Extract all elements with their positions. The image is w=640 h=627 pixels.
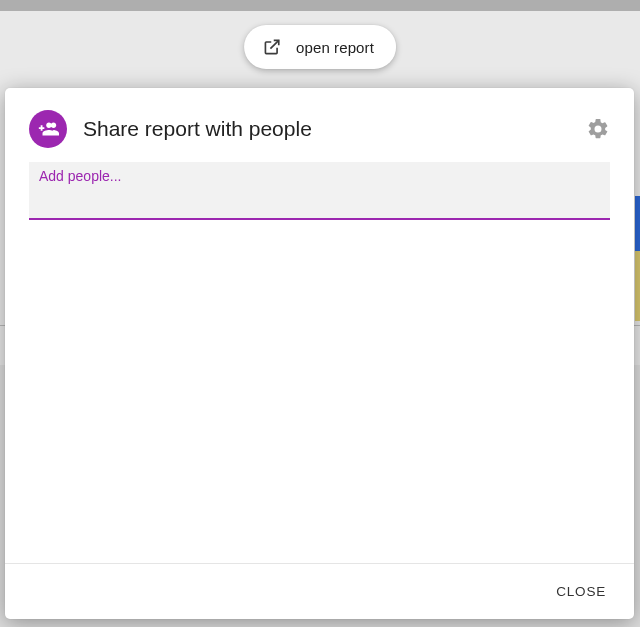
- dialog-header: Share report with people: [5, 88, 634, 162]
- close-button[interactable]: CLOSE: [552, 578, 610, 605]
- dialog-body: [5, 220, 634, 563]
- add-people-input[interactable]: [39, 186, 600, 218]
- group-add-icon: [29, 110, 67, 148]
- open-report-button[interactable]: open report: [244, 25, 396, 69]
- dialog-footer: CLOSE: [5, 563, 634, 619]
- backdrop-stripe: [635, 251, 640, 321]
- open-in-new-icon: [262, 37, 282, 57]
- dialog-title: Share report with people: [83, 117, 570, 141]
- add-people-label: Add people...: [39, 168, 600, 184]
- backdrop-stripe: [635, 196, 640, 251]
- open-report-label: open report: [296, 39, 374, 56]
- add-people-field[interactable]: Add people...: [29, 162, 610, 220]
- gear-icon: [586, 117, 610, 141]
- backdrop-stripe: [0, 0, 640, 11]
- share-dialog: Share report with people Add people... C…: [5, 88, 634, 619]
- share-settings-button[interactable]: [586, 117, 610, 141]
